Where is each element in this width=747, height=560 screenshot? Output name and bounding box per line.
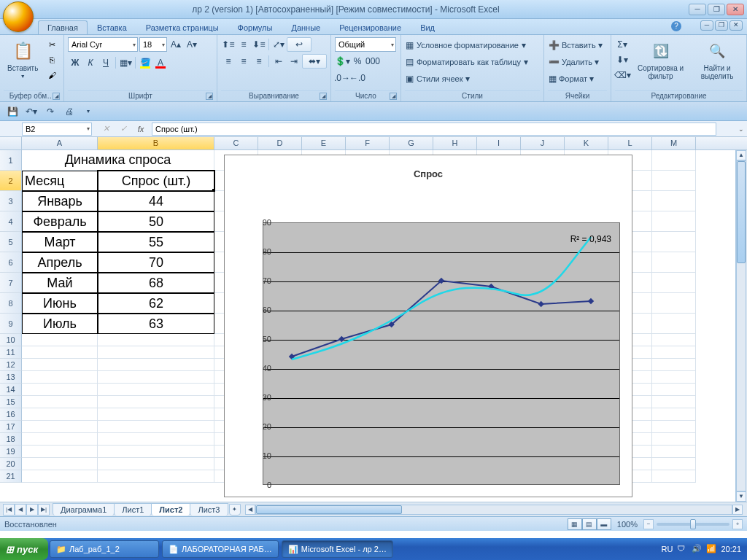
tray-icon[interactable]: 🔊 <box>692 544 702 554</box>
column-header[interactable]: D <box>258 137 302 149</box>
cell[interactable] <box>22 470 98 483</box>
column-header[interactable]: A <box>22 137 98 149</box>
cut-button[interactable]: ✂ <box>44 37 59 52</box>
fill-button[interactable]: ⬇▾ <box>615 52 630 67</box>
cell[interactable] <box>652 232 696 252</box>
column-header[interactable]: E <box>302 137 346 149</box>
comma-button[interactable]: 000 <box>365 54 380 69</box>
doc-restore[interactable]: ❐ <box>715 20 728 31</box>
cell[interactable] <box>652 334 696 346</box>
cell[interactable] <box>652 384 696 396</box>
doc-minimize[interactable]: ─ <box>700 20 713 31</box>
row-header[interactable]: 3 <box>0 191 22 211</box>
wrap-text-button[interactable]: ↩ <box>287 37 311 52</box>
cell[interactable]: 63 <box>98 314 214 334</box>
cell[interactable] <box>22 334 98 346</box>
minimize-button[interactable]: ─ <box>689 4 706 15</box>
cell[interactable] <box>98 346 214 359</box>
sort-filter-button[interactable]: 🔃 Сортировка и фильтр <box>631 37 690 82</box>
ribbon-tab-Главная[interactable]: Главная <box>38 20 88 34</box>
sheet-tab[interactable]: Лист1 <box>114 503 152 516</box>
cell[interactable]: 62 <box>98 293 214 314</box>
tray-icon[interactable]: 🛡 <box>677 544 687 554</box>
cell[interactable]: 44 <box>98 191 214 211</box>
save-button[interactable]: 💾 <box>4 104 20 119</box>
cell[interactable] <box>652 150 696 171</box>
insert-cells-button[interactable]: ➕Вставить▾ <box>548 37 607 53</box>
cell[interactable] <box>652 433 696 446</box>
font-name-combo[interactable]: Arial Cyr <box>68 37 138 52</box>
cell[interactable] <box>652 371 696 384</box>
cell[interactable] <box>98 470 214 483</box>
cell[interactable] <box>98 359 214 371</box>
cell[interactable]: Март <box>22 232 98 252</box>
column-header[interactable]: L <box>608 137 652 149</box>
hscroll-right[interactable]: ▶ <box>732 505 743 515</box>
align-bottom[interactable]: ⬇≡ <box>252 37 266 52</box>
find-select-button[interactable]: 🔍 Найти и выделить <box>692 37 743 82</box>
cell[interactable] <box>22 371 98 384</box>
cell[interactable] <box>98 421 214 433</box>
align-left[interactable]: ≡ <box>221 54 236 69</box>
redo-button[interactable]: ↷ <box>42 104 58 119</box>
ribbon-tab-Данные[interactable]: Данные <box>282 20 330 34</box>
ribbon-tab-Вид[interactable]: Вид <box>411 20 444 34</box>
name-box[interactable]: B2 <box>22 122 92 136</box>
italic-button[interactable]: К <box>83 55 98 70</box>
row-header[interactable]: 9 <box>0 314 22 334</box>
row-header[interactable]: 4 <box>0 211 22 232</box>
scroll-down[interactable]: ▼ <box>736 491 746 502</box>
cell-styles-button[interactable]: ▣Стили ячеек▾ <box>405 71 540 87</box>
format-cells-button[interactable]: ▦Формат▾ <box>548 71 607 87</box>
cell[interactable] <box>652 408 696 421</box>
merge-center-button[interactable]: ⬌▾ <box>302 54 327 69</box>
zoom-in[interactable]: + <box>732 519 743 529</box>
sheet-tab[interactable]: Диаграмма1 <box>53 503 115 516</box>
decrease-indent[interactable]: ⇤ <box>271 54 286 69</box>
cell[interactable] <box>652 273 696 293</box>
cell[interactable] <box>98 408 214 421</box>
column-header[interactable]: G <box>390 137 433 149</box>
cell[interactable] <box>652 396 696 408</box>
row-header[interactable]: 14 <box>0 384 22 396</box>
cell[interactable]: Спрос (шт.) <box>98 171 214 191</box>
paste-button[interactable]: 📋 Вставить ▼ <box>4 37 42 81</box>
close-button[interactable]: ✕ <box>727 4 744 15</box>
percent-button[interactable]: % <box>350 54 365 69</box>
taskbar-item[interactable]: 📊Microsoft Excel - лр 2… <box>282 540 393 558</box>
row-header[interactable]: 12 <box>0 359 22 371</box>
sheet-nav-prev[interactable]: ◀ <box>15 504 26 516</box>
clear-button[interactable]: ⌫▾ <box>615 68 630 82</box>
cell[interactable] <box>22 446 98 458</box>
cell[interactable] <box>98 396 214 408</box>
zoom-slider[interactable] <box>657 523 729 526</box>
increase-indent[interactable]: ⇥ <box>287 54 301 69</box>
autosum-button[interactable]: Σ▾ <box>615 37 630 52</box>
cell[interactable] <box>652 314 696 334</box>
cell[interactable]: Май <box>22 273 98 293</box>
vertical-scrollbar[interactable]: ▲ ▼ <box>735 150 747 502</box>
cell[interactable] <box>22 384 98 396</box>
cell[interactable] <box>22 396 98 408</box>
conditional-formatting-button[interactable]: ▦Условное форматирование▾ <box>405 37 540 53</box>
cell[interactable]: Динамика спроса <box>22 150 214 171</box>
clock[interactable]: 20:21 <box>721 545 741 553</box>
column-header[interactable]: F <box>346 137 390 149</box>
column-header[interactable]: M <box>652 137 696 149</box>
zoom-level[interactable]: 100% <box>617 520 638 529</box>
language-indicator[interactable]: RU <box>662 545 673 553</box>
row-header[interactable]: 19 <box>0 446 22 458</box>
row-header[interactable]: 18 <box>0 433 22 446</box>
align-top[interactable]: ⬆≡ <box>221 37 236 52</box>
cell[interactable]: Январь <box>22 191 98 211</box>
cell[interactable] <box>652 458 696 470</box>
currency-button[interactable]: 💲▾ <box>335 54 349 69</box>
cell[interactable] <box>652 171 696 191</box>
cell[interactable] <box>652 359 696 371</box>
column-header[interactable]: H <box>433 137 477 149</box>
tray-icon[interactable]: 📶 <box>706 544 716 554</box>
font-launcher[interactable]: ◢ <box>206 93 213 100</box>
cell[interactable] <box>22 458 98 470</box>
cell[interactable] <box>98 334 214 346</box>
cell[interactable] <box>22 421 98 433</box>
